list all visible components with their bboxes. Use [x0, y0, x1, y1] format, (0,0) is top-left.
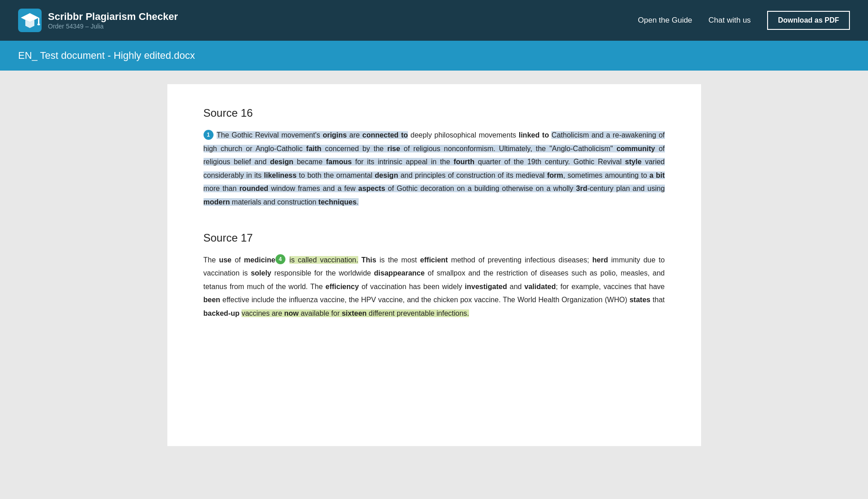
svg-point-4	[38, 24, 40, 25]
file-banner: EN_ Test document - Highly edited.docx	[0, 41, 868, 71]
guide-link[interactable]: Open the Guide	[638, 16, 692, 25]
highlighted-text: Catholicism and a re-awakening of high c…	[204, 131, 665, 206]
content-wrapper: Source 16 1 The Gothic Revival movement'…	[140, 71, 728, 460]
order-subtitle: Order 54349 – Julia	[48, 23, 178, 30]
document-page: Source 16 1 The Gothic Revival movement'…	[167, 84, 701, 446]
spacer	[204, 209, 665, 232]
highlighted-text-yellow: is called vaccination.	[289, 256, 358, 264]
highlighted-text-yellow: vaccines are now available for sixteen d…	[242, 309, 469, 317]
highlighted-text: The Gothic Revival movement's origins ar…	[217, 131, 408, 139]
chat-link[interactable]: Chat with us	[708, 16, 751, 25]
source16-heading: Source 16	[204, 107, 665, 119]
logo-area: Scribbr Plagiarism Checker Order 54349 –…	[18, 9, 638, 32]
logo-text-block: Scribbr Plagiarism Checker Order 54349 –…	[48, 11, 178, 30]
logo-icon	[18, 9, 42, 32]
file-name: EN_ Test document - Highly edited.docx	[18, 50, 195, 61]
download-pdf-button[interactable]: Download as PDF	[767, 11, 850, 30]
header: Scribbr Plagiarism Checker Order 54349 –…	[0, 0, 868, 41]
source16-paragraph: 1 The Gothic Revival movement's origins …	[204, 128, 665, 209]
source17-paragraph: The use of medicine4 is called vaccinati…	[204, 253, 665, 320]
source16-badge: 1	[204, 130, 213, 140]
source17-badge: 4	[275, 254, 285, 264]
source17-heading: Source 17	[204, 232, 665, 244]
svg-rect-3	[38, 18, 39, 24]
app-title: Scribbr Plagiarism Checker	[48, 11, 178, 23]
header-nav: Open the Guide Chat with us Download as …	[638, 11, 850, 30]
